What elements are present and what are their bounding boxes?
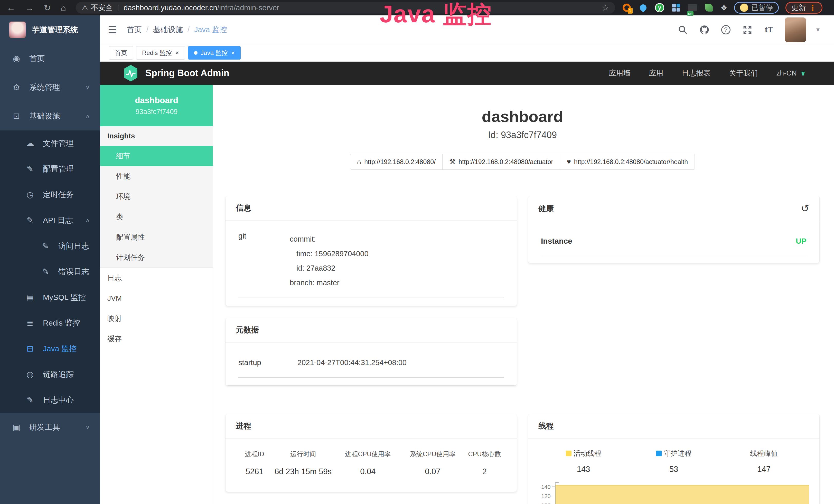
- edit-icon: ✎: [24, 164, 36, 174]
- sidebar-item-system[interactable]: ⚙ 系统管理 ∨: [0, 73, 100, 102]
- svg-text:100: 100: [541, 502, 550, 504]
- tab-redis[interactable]: Redis 监控 ×: [136, 46, 185, 60]
- eye-icon: ◎: [24, 369, 36, 379]
- subnav-item-configprops[interactable]: 配置属性: [100, 227, 213, 247]
- sidebar-logo-row[interactable]: 芋道管理系统: [0, 16, 100, 44]
- history-icon[interactable]: ↺: [801, 203, 809, 214]
- sba-nav-wallboard[interactable]: 应用墙: [609, 68, 631, 78]
- health-instance-label: Instance: [541, 237, 572, 246]
- tab-java[interactable]: Java 监控 ×: [188, 46, 241, 60]
- grid-extension-icon[interactable]: [671, 3, 681, 13]
- extension-icon-orange[interactable]: 1: [622, 3, 632, 13]
- sidebar-item-api-log[interactable]: ✎ API 日志 ∧: [0, 207, 100, 233]
- sidebar-item-tracing[interactable]: ◎ 链路追踪: [0, 362, 100, 387]
- bookmark-star-icon[interactable]: ☆: [601, 3, 609, 13]
- divider: [238, 298, 504, 298]
- sba-brand[interactable]: Spring Boot Admin: [123, 65, 229, 82]
- subnav-item-environment[interactable]: 环境: [100, 186, 213, 207]
- sba-nav-journal[interactable]: 日志报表: [682, 68, 711, 78]
- address-bar[interactable]: ⚠ 不安全 | dashboard.yudao.iocoder.cn /infr…: [76, 2, 615, 14]
- metadata-value: 2021-04-27T00:44:31.254+08:00: [298, 359, 407, 367]
- home-icon[interactable]: ⌂: [61, 3, 66, 12]
- subnav-item-mappings[interactable]: 映射: [100, 308, 213, 329]
- forward-icon[interactable]: →: [25, 3, 34, 12]
- close-icon[interactable]: ×: [175, 49, 179, 56]
- breadcrumb: 首页 / 基础设施 / Java 监控: [127, 25, 227, 35]
- sidebar-item-error-log[interactable]: ✎ 错误日志: [0, 259, 100, 284]
- sidebar-item-infra[interactable]: ⊡ 基础设施 ∧: [0, 102, 100, 131]
- chevron-down-icon: ∨: [85, 85, 90, 90]
- sidebar-item-home[interactable]: ◉ 首页: [0, 44, 100, 73]
- back-icon[interactable]: ←: [7, 3, 16, 12]
- paused-label: 已暂停: [751, 3, 773, 13]
- instance-header[interactable]: dashboard 93a3fc7f7409: [100, 85, 213, 126]
- metadata-card: 元数据 startup 2021-04-27T00:44:31.254+08:0…: [225, 318, 517, 385]
- help-icon[interactable]: ?: [720, 24, 731, 36]
- breadcrumb-home[interactable]: 首页: [127, 25, 142, 35]
- sidebar-item-config[interactable]: ✎ 配置管理: [0, 156, 100, 182]
- chevron-down-icon: ∨: [800, 69, 806, 77]
- insights-section-label: Insights: [100, 126, 213, 146]
- actuator-url-link[interactable]: ⚒ http://192.168.0.2:48080/actuator: [442, 154, 560, 170]
- sba-logo-icon: [123, 65, 139, 82]
- sidebar-item-files[interactable]: ☁ 文件管理: [0, 131, 100, 156]
- breadcrumb-infra[interactable]: 基础设施: [153, 25, 183, 35]
- avatar-caret-icon[interactable]: ▾: [816, 26, 820, 33]
- threads-card: 线程 活动线程 143 守护进程: [528, 414, 819, 504]
- tab-home[interactable]: 首页: [109, 46, 133, 60]
- subnav-item-logs[interactable]: 日志: [100, 268, 213, 288]
- paused-profile-pill[interactable]: 已暂停: [734, 2, 779, 14]
- hamburger-icon[interactable]: ☰: [108, 24, 117, 36]
- update-browser-pill[interactable]: 更新 ⋮: [786, 2, 822, 14]
- threads-chart: 140 120 100: [539, 481, 809, 504]
- threads-card-title: 线程: [539, 421, 554, 431]
- sidebar-item-devtools[interactable]: ▣ 研发工具 ∨: [0, 413, 100, 442]
- health-url-link[interactable]: ♥ http://192.168.0.2:48080/actuator/heal…: [560, 154, 695, 170]
- sba-header: Spring Boot Admin 应用墙 应用 日志报表 关于我们 zh-CN…: [100, 62, 834, 85]
- sidebar-item-log-center[interactable]: ✎ 日志中心: [0, 387, 100, 413]
- chevron-down-icon: ∨: [85, 425, 90, 430]
- subnav-item-scheduled[interactable]: 计划任务: [100, 247, 213, 268]
- browser-menu-icon[interactable]: ⋮: [809, 3, 816, 12]
- health-card-title: 健康: [539, 203, 554, 214]
- threads-legend: 活动线程 143 守护进程 53 线程峰值: [539, 449, 809, 474]
- search-icon[interactable]: [677, 24, 688, 36]
- subnav-item-metrics[interactable]: 性能: [100, 166, 213, 186]
- url-path: /infra/admin-server: [217, 4, 280, 12]
- sba-nav-about[interactable]: 关于我们: [729, 68, 758, 78]
- sidebar-item-access-log[interactable]: ✎ 访问日志: [0, 233, 100, 259]
- subnav-item-caches[interactable]: 缓存: [100, 329, 213, 349]
- subnav-item-details[interactable]: 细节: [100, 146, 213, 166]
- sba-nav-applications[interactable]: 应用: [649, 68, 663, 78]
- subnav-item-classes[interactable]: 类: [100, 207, 213, 227]
- monitor-icon: ⊟: [24, 344, 36, 353]
- y-extension-icon[interactable]: y: [655, 3, 664, 13]
- sidebar-item-redis[interactable]: ≣ Redis 监控: [0, 310, 100, 336]
- sidebar-item-cron[interactable]: ◷ 定时任务: [0, 182, 100, 207]
- extensions-puzzle-icon[interactable]: ❖: [721, 3, 727, 12]
- language-selector[interactable]: zh-CN ∨: [776, 69, 806, 77]
- timer-icon: ◷: [24, 190, 36, 200]
- close-icon[interactable]: ×: [231, 49, 235, 56]
- reload-icon[interactable]: ↻: [44, 3, 51, 12]
- font-size-icon[interactable]: tT: [763, 24, 775, 36]
- sidebar-item-java[interactable]: ⊟ Java 监控: [0, 336, 100, 362]
- page-root: ← → ↻ ⌂ ⚠ 不安全 | dashboard.yudao.iocoder.…: [0, 0, 834, 504]
- on-extension-icon[interactable]: on: [687, 3, 697, 13]
- svg-text:140: 140: [541, 484, 550, 490]
- metadata-row: startup 2021-04-27T00:44:31.254+08:00: [238, 354, 504, 378]
- sidebar-item-mysql[interactable]: ▤ MySQL 监控: [0, 284, 100, 310]
- page-subtitle: Id: 93a3fc7f7409: [225, 130, 819, 140]
- subnav-item-jvm[interactable]: JVM: [100, 288, 213, 308]
- pin-extension-icon[interactable]: [638, 3, 648, 13]
- github-icon[interactable]: [699, 24, 710, 36]
- app-title: 芋道管理系统: [32, 25, 78, 35]
- service-url-link[interactable]: ⌂ http://192.168.0.2:48080/: [350, 154, 443, 170]
- extension-row: 1 y on ❖ 已暂停 更新 ⋮: [622, 2, 822, 14]
- leaf-extension-icon[interactable]: [704, 3, 714, 13]
- health-card: 健康 ↺ Instance UP: [528, 196, 819, 263]
- warning-icon: ⚠: [82, 4, 88, 12]
- user-avatar[interactable]: [785, 18, 806, 42]
- fullscreen-icon[interactable]: [742, 24, 753, 36]
- sba-subnav: dashboard 93a3fc7f7409 Insights 细节 性能 环境…: [100, 85, 213, 504]
